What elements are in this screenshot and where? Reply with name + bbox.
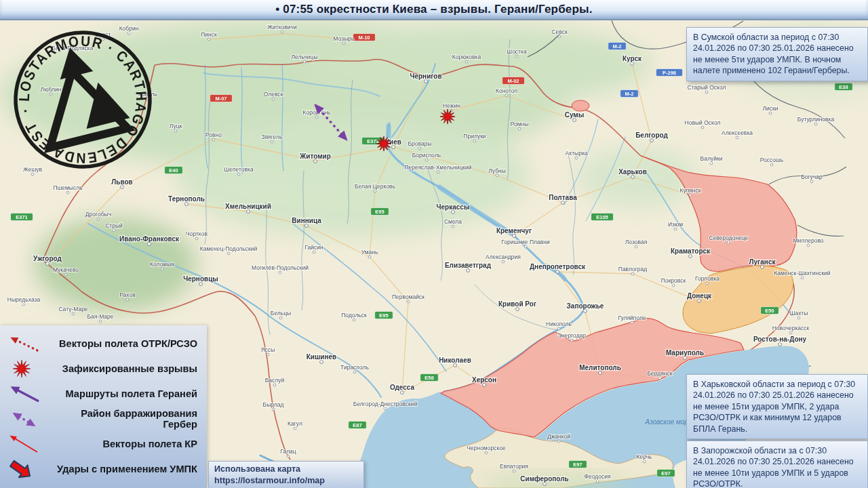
city-label: Джанкой	[547, 433, 570, 440]
city-dot	[769, 112, 772, 115]
city-dot	[524, 245, 527, 248]
city-dot	[199, 283, 203, 286]
gerani-route-icon	[0, 382, 47, 405]
city-dot	[313, 251, 315, 253]
city-dot	[505, 94, 508, 97]
road-badge-label: Е40	[169, 167, 178, 174]
legend-item-gerani-routes: Маршруты полета Гераней	[0, 381, 207, 406]
city-label: Бырлад	[263, 401, 284, 408]
legend-label: Векторы полета ОТРК/РСЗО	[47, 338, 207, 349]
city-dot	[701, 126, 704, 129]
city-dot	[452, 225, 454, 228]
city-label: Кривой Рог	[498, 300, 536, 308]
city-dot	[727, 241, 730, 244]
city-label: Александрия	[486, 253, 521, 260]
city-label: Богучар	[801, 174, 823, 180]
city-label: Никополь	[546, 321, 572, 327]
road-badge-label: М-10	[358, 35, 370, 41]
city-label: Мариуполь	[666, 349, 704, 357]
city-dot	[778, 343, 782, 346]
city-dot	[273, 384, 276, 386]
city-label: Белгород-Днестровский	[353, 401, 418, 407]
zone-border-patch	[572, 100, 589, 111]
info-box-kharkiv: В Харьковской области за период с 07:30 …	[686, 374, 868, 439]
city-dot	[185, 203, 189, 206]
city-dot	[516, 308, 519, 311]
city-label: Валуйки	[701, 155, 723, 162]
legend-label: Район барражирования Гербер	[47, 408, 207, 430]
city-dot	[698, 300, 701, 303]
legend-label: Зафиксированные взрывы	[47, 363, 207, 374]
city-label: Яссы	[261, 346, 275, 353]
city-dot	[599, 371, 602, 375]
city-label: Житковичи	[267, 24, 297, 30]
attribution-box: Использована карта https://lostarmour.in…	[208, 461, 364, 488]
city-label: Миллерово	[793, 237, 823, 244]
attribution-link[interactable]: https://lostarmour.info/map	[214, 475, 358, 487]
city-dot	[635, 245, 637, 248]
road-badge-label: М-02	[507, 78, 519, 84]
city-dot	[814, 123, 817, 125]
city-label: Курск	[623, 55, 642, 62]
city-dot	[437, 171, 439, 174]
city-label: Покровск	[661, 277, 686, 284]
city-label: Елизаветград	[445, 262, 492, 269]
info-box-zaporizhzhia: В Запорожской области за с 07:30 24.01.2…	[686, 441, 868, 488]
city-dot	[303, 60, 306, 63]
info-box-sumy: В Сумской области за период с 07:30 24.0…	[686, 27, 868, 81]
city-dot	[113, 229, 115, 232]
azov-sea-label: Азовское море	[645, 418, 692, 426]
city-dot	[483, 384, 486, 387]
city-label: Олевск	[264, 91, 283, 98]
road-badge-label: Р-298	[663, 70, 676, 76]
city-dot	[650, 139, 654, 142]
city-dot	[797, 317, 800, 319]
city-dot	[570, 339, 573, 342]
city-dot	[557, 327, 560, 330]
city-label: Белая Церковь	[355, 183, 395, 190]
city-dot	[584, 310, 587, 313]
city-dot	[342, 42, 345, 45]
road-badge-label: Е97	[661, 470, 670, 476]
city-dot	[761, 266, 764, 269]
city-dot	[467, 269, 470, 272]
city-label: Переяслав-Хмельницкий	[404, 164, 471, 171]
city-dot	[672, 284, 675, 287]
city-label: Запорожье	[567, 302, 604, 310]
attribution-text: Использована карта	[214, 464, 358, 475]
legend-label: Удары с применением УМПК	[47, 464, 207, 474]
city-label: Черкассы	[437, 203, 470, 211]
city-label: Севск	[551, 28, 568, 35]
city-label: Лиски	[762, 105, 778, 112]
road-badge-label: Е38	[839, 84, 848, 90]
city-label: Сату-Маре	[58, 306, 87, 312]
city-dot	[513, 235, 516, 238]
city-label: Звягель	[262, 134, 283, 140]
city-dot	[121, 186, 124, 189]
city-dot	[97, 218, 100, 220]
city-dot	[573, 119, 576, 122]
city-label: Чернигов	[410, 73, 441, 80]
city-label: Феодосия	[584, 473, 610, 480]
city-label: Бровары	[408, 140, 431, 147]
city-label: Мозырь	[334, 35, 355, 42]
city-dot	[561, 201, 565, 205]
kr-vector-icon	[0, 432, 47, 455]
city-label: Харьков	[618, 168, 647, 176]
road-badge-label: Е95	[375, 209, 384, 215]
city-label: Старый Оскол	[688, 84, 726, 91]
city-dot	[558, 35, 561, 38]
explosion-icon	[0, 357, 47, 380]
city-dot	[279, 271, 281, 274]
city-label: Пшемысль	[53, 184, 83, 191]
city-dot	[174, 129, 177, 132]
city-label: Одесса	[390, 384, 415, 391]
city-dot	[496, 174, 498, 177]
legend-item-gerber-loiter: Район барражирования Гербер	[0, 406, 207, 431]
city-dot	[126, 298, 129, 301]
city-label: Лельчицы	[292, 54, 318, 60]
legend-item-umpk-strikes: Удары с применением УМПК	[0, 456, 207, 481]
city-dot	[810, 180, 813, 183]
city-label: Лозовая	[625, 239, 648, 245]
road-badge-label: Е50	[765, 308, 774, 314]
